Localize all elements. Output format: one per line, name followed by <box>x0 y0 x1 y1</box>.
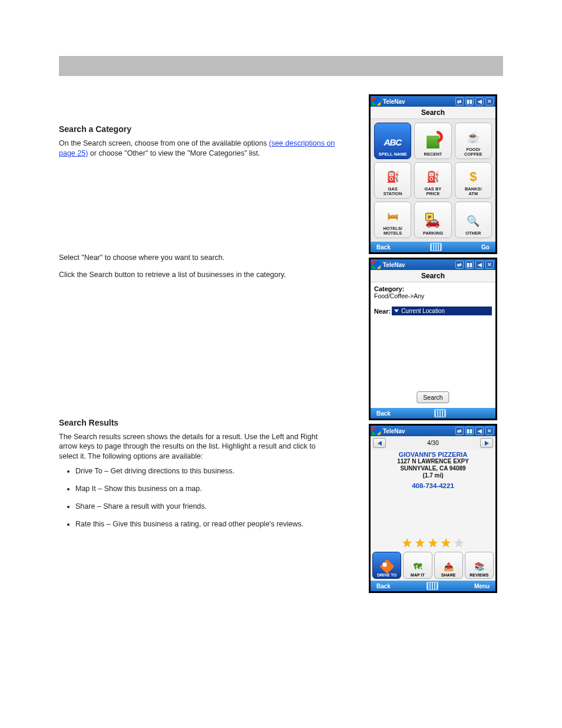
wm-softkeybar: Back Menu <box>371 581 495 591</box>
star-icon: ★ <box>441 536 451 550</box>
bullet-list: Drive To – Get driving directions to thi… <box>75 465 336 530</box>
heading-search-results: Search Results <box>59 418 336 427</box>
heading-search-category: Search a Category <box>59 124 336 134</box>
list-item: Drive To – Get driving directions to thi… <box>75 465 336 477</box>
rating-stars[interactable]: ★★★★★ <box>371 536 495 550</box>
action-label: REVIEWS <box>470 573 488 577</box>
action-tile-drive[interactable]: ◆DRIVE TO <box>372 552 401 579</box>
star-icon: ★ <box>454 536 464 550</box>
action-label: SHARE <box>441 573 456 577</box>
paragraph: Click the Search button to retrieve a li… <box>59 270 336 280</box>
softkey-back[interactable]: Back <box>376 583 391 589</box>
map-icon: 🗺 <box>411 560 424 573</box>
star-icon: ★ <box>415 536 425 550</box>
text-run: or choose "Other" to view the "More Cate… <box>90 149 260 157</box>
paragraph: Select "Near" to choose where you want t… <box>59 253 336 263</box>
document-content: Search a Category On the Search screen, … <box>59 56 503 530</box>
left-text-column: Search a Category On the Search screen, … <box>59 124 336 530</box>
action-label: MAP IT <box>411 573 425 577</box>
share-icon: 📤 <box>442 560 455 573</box>
star-icon: ★ <box>402 536 412 550</box>
star-icon: ★ <box>428 536 438 550</box>
list-item: Share – Share a result with your friends… <box>75 500 336 512</box>
softkey-menu[interactable]: Menu <box>474 583 490 589</box>
rev-icon: 📚 <box>472 560 485 573</box>
list-item: Map It – Show this business on a map. <box>75 483 336 495</box>
action-tile-map[interactable]: 🗺MAP IT <box>403 552 432 579</box>
text-run: On the Search screen, choose from one of… <box>59 139 269 147</box>
poi-action-row: ◆DRIVE TO🗺MAP IT📤SHARE📚REVIEWS <box>371 552 495 581</box>
drive-icon: ◆ <box>381 560 394 573</box>
paragraph: On the Search screen, choose from one of… <box>59 139 336 159</box>
page: Search a Category On the Search screen, … <box>0 0 562 728</box>
paragraph: The Search results screen shows the deta… <box>59 432 336 462</box>
list-item: Rate this – Give this business a rating,… <box>75 518 336 530</box>
action-tile-rev[interactable]: 📚REVIEWS <box>465 552 494 579</box>
action-label: DRIVE TO <box>377 573 396 577</box>
keyboard-icon[interactable] <box>427 582 438 590</box>
action-tile-share[interactable]: 📤SHARE <box>434 552 463 579</box>
